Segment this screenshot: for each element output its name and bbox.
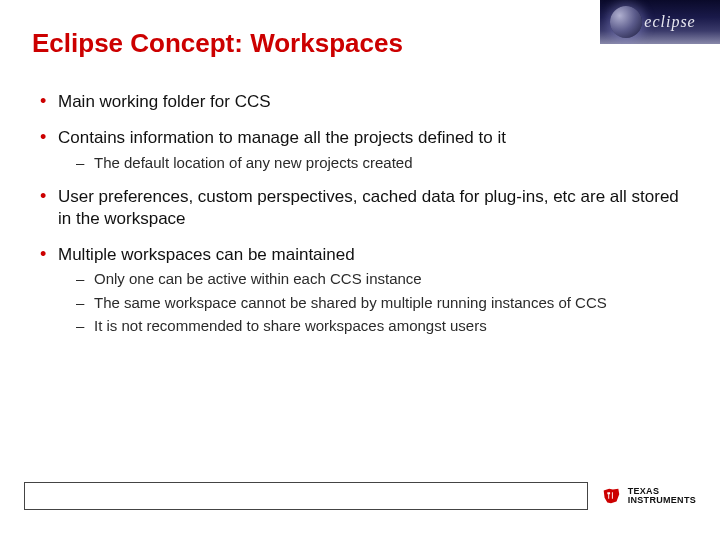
footer: TEXAS INSTRUMENTS (24, 482, 696, 510)
ti-brand-text: TEXAS INSTRUMENTS (628, 487, 696, 506)
content-area: Main working folder for CCS Contains inf… (32, 91, 688, 336)
sub-bullet-list: The default location of any new projects… (58, 153, 688, 173)
list-item: Main working folder for CCS (40, 91, 688, 113)
slide-title: Eclipse Concept: Workspaces (32, 28, 403, 59)
eclipse-logo: eclipse (600, 0, 720, 44)
sub-bullet-text: It is not recommended to share workspace… (94, 317, 487, 334)
list-item: The same workspace cannot be shared by m… (76, 293, 688, 313)
eclipse-logo-text: eclipse (644, 13, 695, 31)
bullet-text: Main working folder for CCS (58, 92, 271, 111)
eclipse-orb-icon (610, 6, 642, 38)
ti-logo: TEXAS INSTRUMENTS (600, 485, 696, 507)
list-item: It is not recommended to share workspace… (76, 316, 688, 336)
list-item: The default location of any new projects… (76, 153, 688, 173)
bullet-text: Contains information to manage all the p… (58, 128, 506, 147)
list-item: User preferences, custom perspectives, c… (40, 186, 688, 230)
slide: Eclipse Concept: Workspaces eclipse Main… (0, 0, 720, 540)
ti-brand-line2: INSTRUMENTS (628, 496, 696, 505)
list-item: Multiple workspaces can be maintained On… (40, 244, 688, 336)
list-item: Contains information to manage all the p… (40, 127, 688, 172)
header-row: Eclipse Concept: Workspaces eclipse (32, 24, 688, 59)
bullet-text: User preferences, custom perspectives, c… (58, 187, 679, 228)
sub-bullet-text: Only one can be active within each CCS i… (94, 270, 422, 287)
bullet-text: Multiple workspaces can be maintained (58, 245, 355, 264)
list-item: Only one can be active within each CCS i… (76, 269, 688, 289)
bullet-list: Main working folder for CCS Contains inf… (40, 91, 688, 336)
footer-bar (24, 482, 588, 510)
ti-chip-icon (600, 485, 622, 507)
sub-bullet-text: The default location of any new projects… (94, 154, 413, 171)
sub-bullet-list: Only one can be active within each CCS i… (58, 269, 688, 336)
sub-bullet-text: The same workspace cannot be shared by m… (94, 294, 607, 311)
